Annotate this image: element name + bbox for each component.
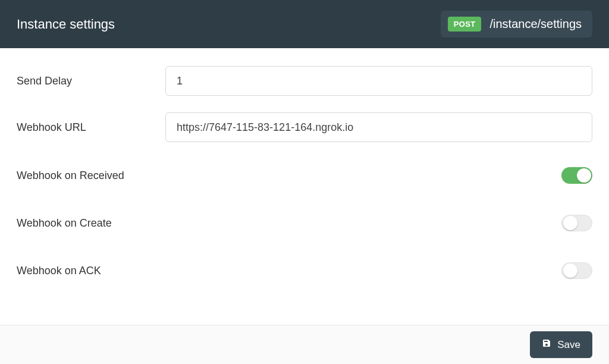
label-webhook-ack: Webhook on ACK bbox=[17, 265, 165, 277]
label-webhook-url: Webhook URL bbox=[17, 121, 165, 134]
toggle-webhook-received[interactable] bbox=[561, 167, 592, 184]
save-icon bbox=[542, 338, 551, 351]
label-webhook-received: Webhook on Received bbox=[17, 170, 165, 182]
save-button-label: Save bbox=[557, 339, 580, 351]
page-title: Instance settings bbox=[17, 17, 115, 32]
save-button[interactable]: Save bbox=[530, 331, 592, 358]
page-header: Instance settings POST /instance/setting… bbox=[0, 0, 609, 48]
endpoint-pill: POST /instance/settings bbox=[441, 11, 592, 37]
input-webhook-url[interactable] bbox=[165, 112, 592, 142]
row-webhook-create: Webhook on Create bbox=[17, 215, 592, 231]
row-webhook-url: Webhook URL bbox=[17, 112, 592, 142]
row-send-delay: Send Delay bbox=[17, 66, 592, 96]
row-webhook-received: Webhook on Received bbox=[17, 167, 592, 184]
toggle-webhook-create[interactable] bbox=[561, 215, 592, 231]
toggle-knob bbox=[563, 216, 577, 230]
row-webhook-ack: Webhook on ACK bbox=[17, 262, 592, 279]
http-method-badge: POST bbox=[448, 17, 482, 32]
toggle-knob bbox=[577, 168, 591, 183]
label-webhook-create: Webhook on Create bbox=[17, 217, 165, 230]
endpoint-path: /instance/settings bbox=[489, 17, 582, 31]
label-send-delay: Send Delay bbox=[17, 75, 165, 87]
toggle-knob bbox=[563, 263, 577, 278]
page-footer: Save bbox=[0, 325, 609, 364]
toggle-webhook-ack[interactable] bbox=[561, 262, 592, 279]
input-send-delay[interactable] bbox=[165, 66, 592, 96]
settings-form: Send Delay Webhook URL Webhook on Receiv… bbox=[0, 48, 609, 322]
